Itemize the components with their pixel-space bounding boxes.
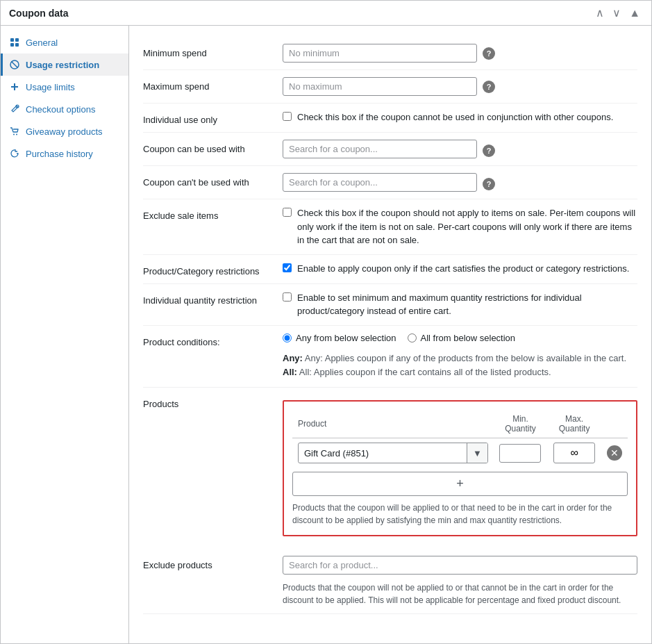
products-table-header-remove <box>601 410 628 438</box>
select-arrow-icon[interactable]: ▼ <box>467 443 487 463</box>
exclude-sale-items-row: Exclude sale items Check this box if the… <box>143 199 637 255</box>
exclude-products-input[interactable] <box>283 556 637 575</box>
max-qty-cell <box>547 438 601 468</box>
cart-icon <box>9 126 20 137</box>
products-section: Product Min. Quantity Max. Quantity <box>283 400 637 536</box>
individual-qty-restriction-label: Individual quantity restriction <box>143 291 271 306</box>
coupon-can-be-used-control: ? <box>283 140 637 158</box>
sidebar-item-purchase-history[interactable]: Purchase history <box>1 142 128 165</box>
product-category-restrictions-checkbox-row: Enable to apply coupon only if the cart … <box>283 262 629 276</box>
sidebar-item-checkout-options[interactable]: Checkout options <box>1 98 128 120</box>
products-outer-row: Products Product Min. Quantity Max. Quan… <box>143 388 637 549</box>
coupon-cant-be-used-row: Coupon can't be used with ? <box>143 166 637 199</box>
coupon-cant-be-used-help-icon[interactable]: ? <box>483 178 495 190</box>
product-select[interactable]: Gift Card (#851) <box>299 445 467 462</box>
panel-header: Coupon data ∧ ∨ ▲ <box>1 1 651 26</box>
individual-use-checkbox-row: Check this box if the coupon cannot be u… <box>283 110 613 124</box>
sidebar-item-usage-restriction[interactable]: Usage restriction <box>1 53 128 76</box>
plus-icon <box>9 81 20 92</box>
collapse-up-button[interactable]: ∧ <box>593 6 607 19</box>
individual-qty-restriction-checkbox-label: Enable to set minimum and maximum quanti… <box>297 291 637 318</box>
sidebar-label-usage-limits: Usage limits <box>26 82 75 92</box>
coupon-can-be-used-help-icon[interactable]: ? <box>483 145 495 157</box>
exclude-products-description: Products that the coupon will not be app… <box>283 581 637 606</box>
individual-use-row: Individual use only Check this box if th… <box>143 104 637 133</box>
exclude-products-control: Products that the coupon will not be app… <box>283 556 637 606</box>
sidebar-item-general[interactable]: General <box>1 31 128 53</box>
individual-qty-restriction-checkbox[interactable] <box>283 292 292 302</box>
sidebar-label-checkout-options: Checkout options <box>26 104 95 115</box>
min-qty-input[interactable] <box>499 444 541 463</box>
product-select-wrap: Gift Card (#851) ▼ <box>298 443 488 463</box>
sidebar: General Usage restriction <box>1 26 129 643</box>
radio-any-label: Any from below selection <box>296 333 396 343</box>
maximum-spend-input[interactable] <box>283 77 477 96</box>
condition-notes: Any: Any: Applies coupon if any of the p… <box>283 352 626 381</box>
product-conditions-radio-group: Any from below selection All from below … <box>283 333 515 343</box>
svg-point-10 <box>16 134 17 135</box>
svg-rect-1 <box>15 38 19 42</box>
history-icon <box>9 148 20 159</box>
coupon-cant-be-used-input[interactable] <box>283 173 477 192</box>
content-area: Minimum spend ? Maximum spend ? Individu… <box>129 26 651 643</box>
max-qty-input[interactable] <box>553 443 595 463</box>
products-label: Products <box>143 395 271 409</box>
radio-label-any[interactable]: Any from below selection <box>283 333 396 343</box>
exclude-products-row: Exclude products Products that the coupo… <box>143 549 637 614</box>
radio-all-label: All from below selection <box>421 333 516 343</box>
ban-icon <box>9 59 20 70</box>
minimum-spend-control: ? <box>283 44 637 63</box>
product-select-cell: Gift Card (#851) ▼ <box>292 438 494 468</box>
individual-qty-restriction-control: Enable to set minimum and maximum quanti… <box>283 291 637 318</box>
svg-point-9 <box>13 134 15 135</box>
coupon-can-be-used-input[interactable] <box>283 140 477 158</box>
grid-icon <box>9 37 20 48</box>
product-category-restrictions-row: Product/Category restrictions Enable to … <box>143 255 637 284</box>
panel-controls: ∧ ∨ ▲ <box>593 6 643 19</box>
exclude-sale-items-checkbox-row: Check this box if the coupon should not … <box>283 206 637 247</box>
radio-all[interactable] <box>408 333 417 342</box>
svg-rect-3 <box>15 43 19 47</box>
individual-use-label: Individual use only <box>143 110 271 125</box>
exclude-sale-items-checkbox-label: Check this box if the coupon should not … <box>297 206 637 247</box>
products-table-header-max-qty: Max. Quantity <box>547 410 601 438</box>
remove-product-button[interactable]: ✕ <box>607 445 622 461</box>
radio-any[interactable] <box>283 333 292 342</box>
radio-label-all[interactable]: All from below selection <box>408 333 516 343</box>
maximum-spend-label: Maximum spend <box>143 77 271 92</box>
product-category-restrictions-checkbox[interactable] <box>283 263 292 272</box>
sidebar-label-usage-restriction: Usage restriction <box>26 60 99 70</box>
sidebar-item-giveaway-products[interactable]: Giveaway products <box>1 120 128 142</box>
product-category-restrictions-label: Product/Category restrictions <box>143 262 271 276</box>
collapse-down-button[interactable]: ∨ <box>610 6 624 19</box>
product-category-restrictions-control: Enable to apply coupon only if the cart … <box>283 262 637 276</box>
individual-use-checkbox[interactable] <box>283 112 292 121</box>
min-qty-cell <box>494 438 547 468</box>
panel-body: General Usage restriction <box>1 26 651 643</box>
products-table-header-min-qty: Min. Quantity <box>494 410 547 438</box>
exclude-sale-items-control: Check this box if the coupon should not … <box>283 206 637 247</box>
sidebar-label-general: General <box>26 38 58 48</box>
products-description: Products that the coupon will be applied… <box>292 502 628 527</box>
sidebar-item-usage-limits[interactable]: Usage limits <box>1 76 128 98</box>
condition-note-any: Any: Any: Applies coupon if any of the p… <box>283 352 626 366</box>
coupon-can-be-used-row: Coupon can be used with ? <box>143 133 637 166</box>
expand-button[interactable]: ▲ <box>626 6 643 19</box>
coupon-cant-be-used-label: Coupon can't be used with <box>143 173 271 188</box>
exclude-sale-items-label: Exclude sale items <box>143 206 271 221</box>
minimum-spend-help-icon[interactable]: ? <box>483 47 495 60</box>
minimum-spend-row: Minimum spend ? <box>143 37 637 70</box>
exclude-sale-items-checkbox[interactable] <box>283 208 292 217</box>
minimum-spend-input[interactable] <box>283 44 477 63</box>
maximum-spend-help-icon[interactable]: ? <box>483 81 495 93</box>
individual-use-checkbox-label: Check this box if the coupon cannot be u… <box>297 110 613 124</box>
wrench-icon <box>9 104 20 115</box>
svg-line-5 <box>12 62 18 68</box>
maximum-spend-control: ? <box>283 77 637 96</box>
svg-rect-0 <box>10 38 14 42</box>
maximum-spend-row: Maximum spend ? <box>143 70 637 104</box>
condition-note-all: All: All: Applies coupon if the cart con… <box>283 365 626 380</box>
add-product-row-button[interactable]: + <box>292 472 628 496</box>
products-table-header-row: Product Min. Quantity Max. Quantity <box>292 410 628 438</box>
coupon-cant-be-used-wrap: ? <box>283 173 495 192</box>
